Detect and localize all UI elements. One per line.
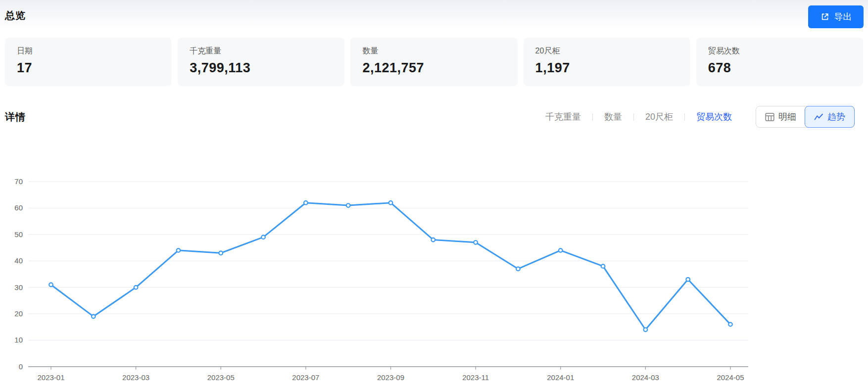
stat-label: 千克重量: [190, 47, 333, 55]
detail-header-row: 详情 千克重量 数量 20尺柜 贸易次数 明细: [5, 106, 863, 128]
stat-label: 数量: [362, 47, 505, 55]
svg-text:2023-01: 2023-01: [37, 373, 64, 382]
tab-trade-count[interactable]: 贸易次数: [696, 111, 732, 123]
svg-text:40: 40: [14, 256, 23, 265]
stat-value: 3,799,113: [190, 60, 333, 75]
stat-value: 17: [17, 60, 160, 75]
detail-view-label: 明细: [778, 111, 796, 123]
svg-text:70: 70: [14, 177, 23, 186]
stat-label: 日期: [17, 47, 160, 55]
tab-20ft-container[interactable]: 20尺柜: [645, 111, 673, 123]
page-title: 总览: [5, 9, 26, 22]
svg-text:2024-05: 2024-05: [717, 373, 744, 382]
svg-text:2023-07: 2023-07: [292, 373, 319, 382]
svg-text:30: 30: [14, 283, 23, 292]
stats-row: 日期 17 千克重量 3,799,113 数量 2,121,757 20尺柜 1…: [5, 38, 863, 86]
stat-card-trade-count: 贸易次数 678: [696, 38, 863, 86]
svg-text:2023-11: 2023-11: [462, 373, 489, 382]
stat-value: 678: [708, 60, 851, 75]
svg-text:2024-01: 2024-01: [547, 373, 574, 382]
svg-text:10: 10: [14, 336, 23, 344]
stat-card-date: 日期 17: [5, 38, 172, 86]
export-button-label: 导出: [834, 11, 852, 23]
svg-text:60: 60: [14, 203, 23, 212]
svg-text:20: 20: [14, 309, 23, 318]
tab-divider: [633, 113, 634, 121]
trend-chart-canvas[interactable]: 0102030405060702023-012023-032023-052023…: [0, 128, 868, 392]
stat-value: 1,197: [535, 60, 678, 75]
metric-tabs: 千克重量 数量 20尺柜 贸易次数: [545, 111, 732, 123]
tab-kg-weight[interactable]: 千克重量: [545, 111, 581, 123]
detail-view-button[interactable]: 明细: [756, 106, 805, 127]
export-icon: [820, 12, 830, 22]
svg-text:2023-05: 2023-05: [207, 373, 235, 382]
svg-text:2023-09: 2023-09: [377, 373, 404, 382]
tab-quantity[interactable]: 数量: [604, 111, 622, 123]
stat-label: 20尺柜: [535, 47, 678, 55]
tab-divider: [684, 113, 685, 121]
trend-view-button[interactable]: 趋势: [805, 106, 855, 128]
stat-value: 2,121,757: [362, 60, 505, 75]
table-icon: [765, 113, 774, 121]
export-button[interactable]: 导出: [808, 5, 864, 28]
svg-text:50: 50: [14, 230, 23, 239]
stat-card-20ft-container: 20尺柜 1,197: [524, 38, 690, 86]
stat-label: 贸易次数: [708, 47, 851, 55]
svg-text:2024-03: 2024-03: [632, 373, 659, 382]
page-header: 总览 导出: [0, 0, 868, 34]
trend-icon: [814, 113, 823, 121]
stat-card-quantity: 数量 2,121,757: [350, 38, 517, 86]
trend-view-label: 趋势: [827, 111, 845, 123]
svg-text:0: 0: [19, 362, 23, 371]
tab-divider: [592, 113, 593, 121]
stat-card-kg-weight: 千克重量 3,799,113: [178, 38, 344, 86]
trend-chart[interactable]: 0102030405060702023-012023-032023-052023…: [0, 128, 868, 392]
view-toggle: 明细 趋势: [756, 106, 855, 128]
detail-title: 详情: [5, 110, 26, 124]
svg-text:2023-03: 2023-03: [122, 373, 149, 382]
